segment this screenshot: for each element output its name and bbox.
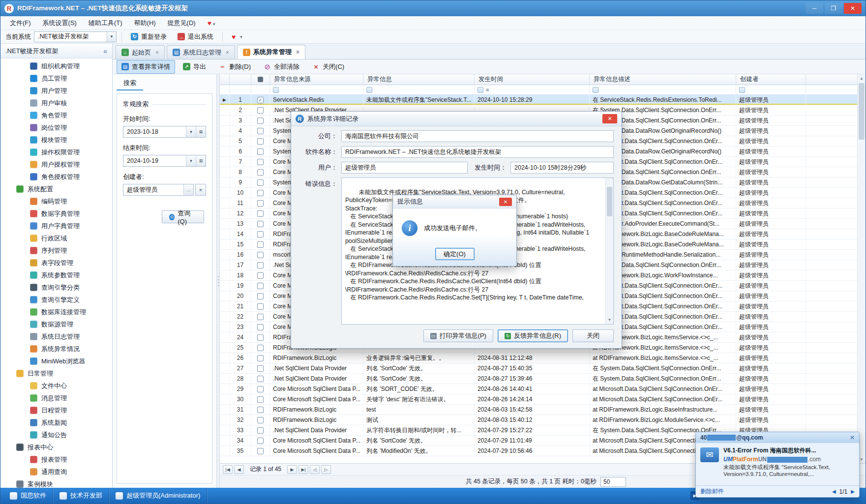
row-checkbox-cell[interactable] <box>251 239 270 249</box>
sidebar-item[interactable]: 系统参数管理 <box>0 269 112 281</box>
sidebar-item[interactable]: 表字段管理 <box>0 257 112 269</box>
scroll-down-icon[interactable]: ▼ <box>606 316 613 324</box>
end-time-input[interactable]: 2024-10-19 ▾ ⊞ <box>123 155 206 167</box>
next-mail-icon[interactable]: ▶ <box>851 489 855 494</box>
row-checkbox-cell[interactable] <box>251 136 270 146</box>
toolbar-button[interactable]: ↗导出 <box>178 60 211 74</box>
tab-item[interactable]: ▤系统日志管理× <box>167 45 235 59</box>
toolbar-button[interactable]: −删除(D) <box>214 60 256 74</box>
tab-close-icon[interactable]: × <box>155 49 159 56</box>
row-checkbox[interactable] <box>257 190 264 196</box>
row-checkbox-cell[interactable] <box>251 353 270 363</box>
menu-heart-button[interactable]: ♥▾ <box>202 17 221 29</box>
row-checkbox[interactable] <box>257 314 264 320</box>
row-checkbox[interactable] <box>257 179 264 186</box>
row-checkbox-cell[interactable] <box>251 405 270 415</box>
header-checkbox-cell[interactable] <box>251 74 270 85</box>
menu-item[interactable]: 提意见(D) <box>162 17 201 30</box>
tab-active[interactable]: !系统异常管理× <box>237 45 305 59</box>
row-checkbox[interactable] <box>257 159 264 165</box>
sidebar-item[interactable]: 序列管理 <box>0 244 112 257</box>
sidebar-item[interactable]: 系统日志管理 <box>0 330 112 343</box>
row-checkbox[interactable] <box>257 200 264 207</box>
row-checkbox-cell[interactable] <box>251 208 270 218</box>
query-button[interactable]: ⊙ 查询(Q) <box>162 210 204 223</box>
table-row[interactable]: 27.Net SqlClient Data Provider列名 'SortCo… <box>220 363 857 374</box>
notification-close-icon[interactable]: ✕ <box>850 434 855 441</box>
row-checkbox[interactable] <box>257 221 264 227</box>
dialog-close-action-button[interactable]: 关闭 <box>572 329 614 342</box>
calendar-icon[interactable]: ⊞ <box>196 155 206 166</box>
sidebar-item[interactable]: 用户管理 <box>0 85 112 97</box>
row-checkbox-cell[interactable] <box>251 188 270 198</box>
row-checkbox[interactable] <box>257 407 264 413</box>
row-checkbox-cell[interactable] <box>251 363 270 373</box>
exit-system-button[interactable]: → 退出系统 <box>174 31 217 43</box>
chevron-down-icon[interactable]: ▼ <box>107 32 116 42</box>
toolbar-button[interactable]: ▤查看异常详情 <box>117 60 175 74</box>
maximize-button[interactable]: ❐ <box>825 3 842 14</box>
scroll-up-icon[interactable]: ▲ <box>858 74 866 82</box>
row-checkbox-cell[interactable] <box>251 219 270 229</box>
row-checkbox-cell[interactable] <box>251 384 270 394</box>
row-checkbox-cell[interactable] <box>251 198 270 208</box>
row-checkbox-cell[interactable] <box>251 126 270 136</box>
row-checkbox-cell[interactable] <box>251 147 270 156</box>
column-header[interactable]: 创建者 <box>736 74 806 85</box>
row-checkbox[interactable] <box>257 427 264 434</box>
sidebar-item[interactable]: 数据源管理 <box>0 318 112 330</box>
column-header[interactable]: 发生时间 <box>475 74 590 85</box>
table-row[interactable]: 29Core Microsoft SqlClient Data P...列名 '… <box>220 384 857 394</box>
vertical-scrollbar[interactable]: ▲ ▼ <box>857 74 866 463</box>
row-checkbox[interactable] <box>257 252 264 258</box>
print-exception-button[interactable]: ▭ 打印异常信息(P) <box>423 329 493 342</box>
row-checkbox[interactable] <box>257 345 264 351</box>
row-checkbox[interactable] <box>257 210 264 217</box>
ellipsis-icon[interactable]: … <box>183 184 193 195</box>
occur-time-field[interactable]: 2024-10-10 15时28分29秒 <box>510 162 614 174</box>
table-row[interactable]: ▶1✓ServiceStack.Redis未能加载文件或程序集"ServiceS… <box>220 95 857 105</box>
creator-input[interactable]: 超级管理员 … <box>123 184 194 196</box>
row-checkbox-cell[interactable]: ✓ <box>251 95 270 105</box>
filter-cell[interactable]: = <box>475 85 590 94</box>
row-checkbox[interactable] <box>257 396 264 403</box>
row-checkbox[interactable] <box>257 417 264 423</box>
row-checkbox[interactable] <box>257 231 264 237</box>
chevron-down-icon[interactable]: ▾ <box>186 126 196 137</box>
row-checkbox-cell[interactable] <box>251 301 270 311</box>
table-row[interactable]: 31RDIFramework.BizLogictest2024-08-03 15… <box>220 405 857 415</box>
relogin-button[interactable]: ↻ 重新登录 <box>127 31 171 43</box>
statusbar-item[interactable]: 国思软件 <box>3 488 53 504</box>
sidebar-item[interactable]: 系统异常情况 <box>0 343 112 355</box>
row-checkbox[interactable] <box>257 303 264 310</box>
prev-page-button[interactable]: ◁ <box>310 465 320 474</box>
row-checkbox-cell[interactable] <box>251 374 270 384</box>
column-header[interactable]: 异常信息来源 <box>270 74 363 85</box>
sidebar-item[interactable]: 系统配置 <box>0 183 112 195</box>
sidebar-item[interactable]: MiniWeb浏览器 <box>0 355 112 367</box>
feedback-exception-button[interactable]: ↻ 反馈异常信息(R) <box>498 329 568 342</box>
last-record-button[interactable]: ▶| <box>299 465 308 474</box>
row-checkbox-cell[interactable] <box>251 425 270 435</box>
sidebar-item[interactable]: 用户审核 <box>0 97 112 109</box>
sidebar-item[interactable]: 行政区域 <box>0 232 112 244</box>
creator-clear-button[interactable]: × <box>195 184 206 196</box>
page-size-input[interactable]: 50 <box>600 477 626 487</box>
row-checkbox[interactable] <box>257 334 264 341</box>
row-checkbox-cell[interactable] <box>251 167 270 177</box>
scrollbar-thumb[interactable] <box>859 83 865 140</box>
messagebox-close-button[interactable]: ✕ <box>499 198 512 206</box>
toolbar-button[interactable]: ×关闭(C) <box>307 60 349 74</box>
search-tab[interactable]: 搜索 <box>117 76 143 90</box>
row-checkbox[interactable] <box>257 107 264 114</box>
sidebar-item[interactable]: 查询引擎定义 <box>0 294 112 306</box>
system-combobox[interactable]: .NET敏捷开发框架 ▼ <box>34 31 117 42</box>
row-checkbox[interactable] <box>257 118 264 124</box>
sidebar-item[interactable]: 查询引擎分类 <box>0 281 112 294</box>
select-all-checkbox[interactable] <box>258 77 263 82</box>
sidebar-item[interactable]: 用户字典管理 <box>0 220 112 232</box>
column-header[interactable]: 异常信息 <box>363 74 475 85</box>
row-checkbox[interactable] <box>257 293 264 299</box>
delete-mail-link[interactable]: 删除邮件 <box>700 487 724 496</box>
tab-item[interactable]: ⌂起始页× <box>116 45 165 59</box>
